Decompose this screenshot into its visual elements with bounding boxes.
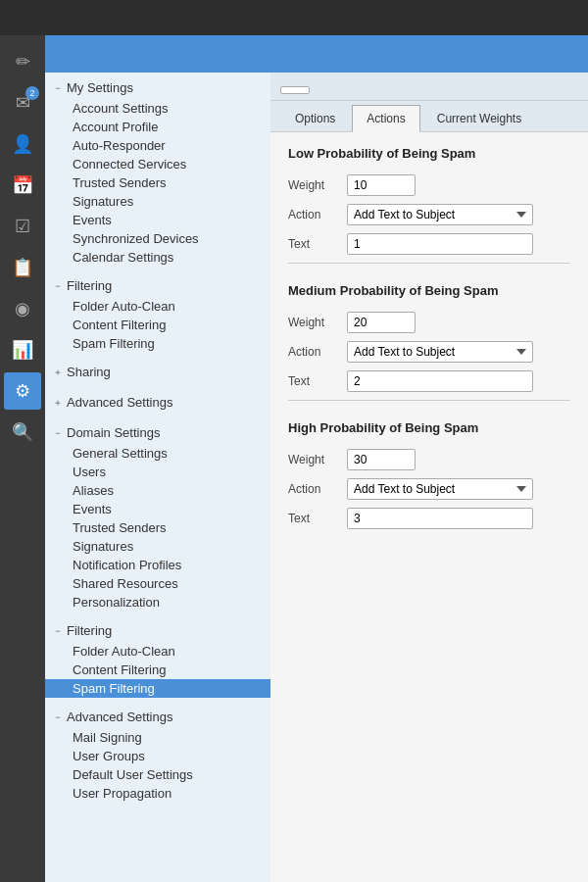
tree-child-6-2[interactable]: Default User Settings: [45, 765, 270, 784]
tree-child-5-2[interactable]: Spam Filtering: [45, 679, 270, 698]
collapse-icon: －: [53, 81, 63, 95]
topbar: [0, 0, 588, 35]
weight-input-0[interactable]: [347, 174, 416, 196]
tree-child-4-8[interactable]: Personalization: [45, 593, 270, 612]
main-layout: ✏✉2👤📅☑📋◉📊⚙🔍 －My SettingsAccount Settings…: [0, 35, 588, 882]
notes-icon[interactable]: 📋: [4, 249, 41, 286]
save-button[interactable]: [280, 86, 310, 94]
tree-group-4: －Domain SettingsGeneral SettingsUsersAli…: [45, 417, 270, 615]
tree-group-3: ＋Advanced Settings: [45, 387, 270, 417]
spam-section-title-0: Low Probability of Being Spam: [288, 146, 570, 165]
tree-group-header-2[interactable]: ＋Sharing: [45, 361, 270, 383]
weight-row-2: Weight: [288, 449, 570, 470]
tree-container: －My SettingsAccount SettingsAccount Prof…: [45, 73, 270, 807]
tree-child-4-2[interactable]: Aliases: [45, 481, 270, 500]
expand-icon: ＋: [53, 396, 63, 410]
tree-child-5-0[interactable]: Folder Auto-Clean: [45, 642, 270, 661]
tree-child-4-1[interactable]: Users: [45, 463, 270, 481]
text-label-2: Text: [288, 512, 347, 525]
tree-child-0-3[interactable]: Connected Services: [45, 155, 270, 173]
tree-child-0-1[interactable]: Account Profile: [45, 118, 270, 136]
tree-group-label-4: Domain Settings: [67, 425, 160, 440]
compose-icon[interactable]: ✏: [4, 43, 41, 80]
tree-child-4-3[interactable]: Events: [45, 500, 270, 518]
tree-group-6: －Advanced SettingsMail SigningUser Group…: [45, 702, 270, 807]
calendar-icon[interactable]: 📅: [4, 167, 41, 204]
tab-actions[interactable]: Actions: [352, 105, 419, 132]
spam-section-title-1: Medium Probability of Being Spam: [288, 283, 570, 302]
tree-child-1-0[interactable]: Folder Auto-Clean: [45, 297, 270, 316]
tree-child-0-0[interactable]: Account Settings: [45, 99, 270, 118]
tree-group-header-3[interactable]: ＋Advanced Settings: [45, 391, 270, 414]
weight-label-0: Weight: [288, 178, 347, 192]
text-row-1: Text: [288, 370, 570, 392]
panel-header: [270, 35, 588, 73]
tree-child-4-6[interactable]: Notification Profiles: [45, 556, 270, 574]
tree-child-1-2[interactable]: Spam Filtering: [45, 334, 270, 353]
tasks-icon[interactable]: ☑: [4, 208, 41, 245]
weight-label-1: Weight: [288, 316, 347, 329]
tree-child-6-0[interactable]: Mail Signing: [45, 728, 270, 747]
action-select-2[interactable]: Add Text to SubjectMove to Junk Mail Fol…: [347, 478, 533, 500]
text-input-0[interactable]: [347, 233, 533, 255]
tree-group-header-6[interactable]: －Advanced Settings: [45, 706, 270, 728]
text-row-2: Text: [288, 508, 570, 529]
weight-label-2: Weight: [288, 453, 347, 466]
tree-child-4-0[interactable]: General Settings: [45, 444, 270, 463]
text-input-2[interactable]: [347, 508, 533, 529]
weight-row-1: Weight: [288, 312, 570, 333]
rss-icon[interactable]: ◉: [4, 290, 41, 327]
settings-icon[interactable]: ⚙: [4, 372, 41, 410]
tree-child-0-5[interactable]: Signatures: [45, 192, 270, 211]
action-select-0[interactable]: Add Text to SubjectMove to Junk Mail Fol…: [347, 204, 533, 225]
tree-group-header-4[interactable]: －Domain Settings: [45, 421, 270, 444]
search-icon[interactable]: 🔍: [4, 414, 41, 451]
tree-child-5-1[interactable]: Content Filtering: [45, 661, 270, 679]
tree-child-4-7[interactable]: Shared Resources: [45, 574, 270, 593]
collapse-icon: －: [53, 710, 63, 724]
text-label-1: Text: [288, 374, 347, 388]
weight-input-1[interactable]: [347, 312, 416, 333]
action-label-0: Action: [288, 208, 347, 221]
tree-group-2: ＋Sharing: [45, 357, 270, 387]
action-row-2: ActionAdd Text to SubjectMove to Junk Ma…: [288, 478, 570, 500]
tree-group-label-2: Sharing: [67, 365, 111, 379]
tree-group-header-0[interactable]: －My Settings: [45, 76, 270, 99]
tree-child-0-6[interactable]: Events: [45, 211, 270, 229]
tree-child-0-2[interactable]: Auto-Responder: [45, 136, 270, 155]
tree-child-6-3[interactable]: User Propagation: [45, 784, 270, 803]
tree-group-5: －FilteringFolder Auto-CleanContent Filte…: [45, 615, 270, 702]
tab-options[interactable]: Options: [280, 105, 350, 131]
section-divider-0: [288, 263, 570, 264]
tree-child-0-7[interactable]: Synchronized Devices: [45, 229, 270, 248]
weight-row-0: Weight: [288, 174, 570, 196]
content-area: －My SettingsAccount SettingsAccount Prof…: [45, 35, 588, 882]
weight-input-2[interactable]: [347, 449, 416, 470]
text-label-0: Text: [288, 237, 347, 251]
tree-child-4-4[interactable]: Trusted Senders: [45, 518, 270, 537]
tree-child-0-4[interactable]: Trusted Senders: [45, 173, 270, 192]
tab-current-weights[interactable]: Current Weights: [422, 105, 536, 131]
action-select-1[interactable]: Add Text to SubjectMove to Junk Mail Fol…: [347, 341, 533, 363]
tree-group-label-1: Filtering: [67, 278, 112, 293]
tree-child-4-5[interactable]: Signatures: [45, 537, 270, 556]
tree-group-label-5: Filtering: [67, 623, 112, 638]
tree-group-header-1[interactable]: －Filtering: [45, 274, 270, 297]
action-label-1: Action: [288, 345, 347, 359]
settings-header: [45, 35, 270, 73]
action-row-0: ActionAdd Text to SubjectMove to Junk Ma…: [288, 204, 570, 225]
text-row-0: Text: [288, 233, 570, 255]
tree-child-1-1[interactable]: Content Filtering: [45, 316, 270, 334]
reports-icon[interactable]: 📊: [4, 331, 41, 368]
spam-section-title-2: High Probability of Being Spam: [288, 420, 570, 439]
contacts-icon[interactable]: 👤: [4, 125, 41, 163]
tree-group-header-5[interactable]: －Filtering: [45, 619, 270, 642]
toolbar: [270, 73, 588, 101]
tree-child-6-1[interactable]: User Groups: [45, 747, 270, 765]
collapse-icon: －: [53, 426, 63, 440]
mail-icon[interactable]: ✉2: [4, 84, 41, 122]
tree-group-label-3: Advanced Settings: [67, 395, 172, 410]
text-input-1[interactable]: [347, 370, 533, 392]
tree-child-0-8[interactable]: Calendar Settings: [45, 248, 270, 267]
main-panel: OptionsActionsCurrent Weights Low Probab…: [270, 35, 588, 882]
